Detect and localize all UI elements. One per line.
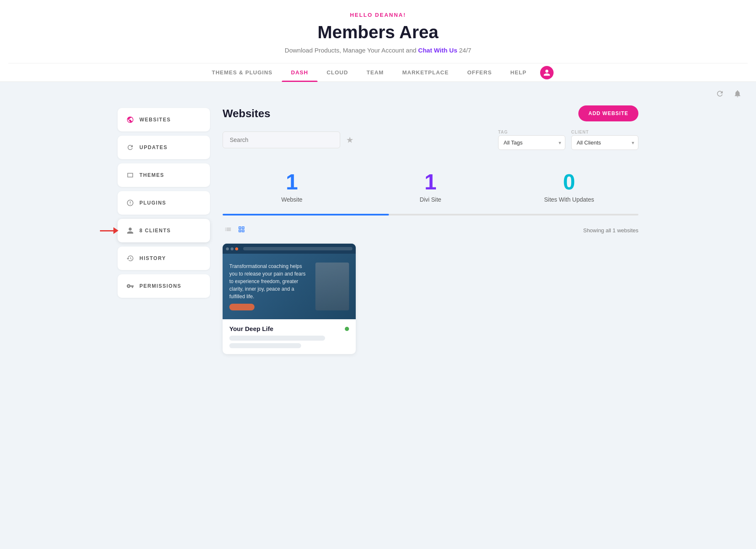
nav-item-themes-plugins[interactable]: THEMES & PLUGINS (202, 63, 282, 81)
stat-updates-number: 0 (504, 171, 634, 193)
site-card-body: Transformational coaching helps you to r… (223, 254, 356, 319)
sidebar-item-updates[interactable]: UPDATES (118, 136, 210, 159)
stat-divi: 1 Divi Site (361, 163, 500, 210)
browser-dot-1 (226, 247, 229, 250)
sidebar-label-history: HISTORY (139, 255, 166, 261)
plugins-icon (126, 199, 134, 207)
view-controls-row: Showing all 1 websites (223, 224, 638, 237)
stat-website-number: 1 (227, 171, 357, 193)
grid-view-button[interactable] (236, 224, 247, 237)
cards-grid: Transformational coaching helps you to r… (223, 244, 638, 354)
progress-bar (223, 214, 638, 215)
permissions-icon (126, 282, 134, 290)
sidebar-label-websites: WEBSITES (139, 117, 171, 123)
avatar[interactable] (540, 66, 554, 79)
nav-item-dash[interactable]: DASH (282, 63, 318, 81)
sidebar-label-updates: UPDATES (139, 144, 168, 150)
sidebar-item-permissions[interactable]: PERMISSIONS (118, 274, 210, 298)
site-card[interactable]: Transformational coaching helps you to r… (223, 244, 356, 354)
stat-updates-label: Sites With Updates (504, 196, 634, 203)
content-title: Websites (223, 107, 270, 120)
sidebar-label-plugins: PLUGINS (139, 200, 166, 206)
bell-icon[interactable] (732, 88, 743, 100)
site-card-top-bar (223, 244, 356, 254)
history-icon (126, 254, 134, 263)
site-card-footer: Your Deep Life (223, 319, 356, 354)
updates-icon (126, 143, 134, 152)
tag-filter-label: TAG (498, 130, 565, 134)
chat-link[interactable]: Chat With Us (418, 47, 457, 54)
subtitle: Download Products, Manage Your Account a… (8, 47, 748, 54)
tag-filter-group: TAG All Tags (498, 130, 565, 150)
site-card-name: Your Deep Life (229, 325, 273, 332)
site-card-url-bar (229, 336, 325, 341)
stat-divi-label: Divi Site (365, 196, 496, 203)
search-input[interactable] (223, 131, 340, 148)
showing-text: Showing all 1 websites (583, 227, 638, 234)
themes-icon (126, 171, 134, 179)
page-title: Members Area (8, 22, 748, 42)
client-select[interactable]: All Clients (571, 135, 638, 150)
browser-dot-3 (235, 247, 238, 250)
site-card-name-row: Your Deep Life (229, 325, 349, 332)
sidebar-item-clients[interactable]: 8 CLIENTS (118, 219, 210, 242)
main-nav: THEMES & PLUGINS DASH CLOUD TEAM MARKETP… (8, 63, 748, 81)
active-arrow (100, 227, 118, 234)
client-select-wrapper: All Clients (571, 135, 638, 150)
stat-updates: 0 Sites With Updates (500, 163, 638, 210)
header: HELLO DEANNA! Members Area Download Prod… (0, 0, 756, 82)
nav-item-cloud[interactable]: CLOUD (318, 63, 357, 81)
main-layout: WEBSITES UPDATES THEMES PLUGINS (105, 105, 651, 371)
site-card-overlay-text: Transformational coaching helps you to r… (229, 263, 311, 300)
client-filter-group: CLIENT All Clients (571, 130, 638, 150)
site-card-url-bar2 (229, 343, 301, 348)
stat-divi-number: 1 (365, 171, 496, 193)
site-card-image: Transformational coaching helps you to r… (223, 244, 356, 319)
stats-row: 1 Website 1 Divi Site 0 Sites With Updat… (223, 163, 638, 210)
client-filter-label: CLIENT (571, 130, 638, 134)
filters-row: ★ TAG All Tags CLIENT All Clients (223, 130, 638, 150)
content-area: Websites ADD WEBSITE ★ TAG All Tags CLIE… (210, 105, 638, 354)
sidebar: WEBSITES UPDATES THEMES PLUGINS (118, 105, 210, 354)
subtitle-text-before: Download Products, Manage Your Account a… (285, 47, 417, 54)
site-card-image-inner: Transformational coaching helps you to r… (223, 244, 356, 319)
subtitle-text-after: 24/7 (459, 47, 471, 54)
list-view-button[interactable] (223, 224, 234, 237)
nav-item-offers[interactable]: OFFERS (458, 63, 501, 81)
stat-website-label: Website (227, 196, 357, 203)
view-buttons (223, 224, 247, 237)
globe-icon (126, 116, 134, 124)
sidebar-label-clients: 8 CLIENTS (139, 228, 171, 234)
progress-bar-fill (223, 214, 389, 215)
toolbar-row (0, 82, 756, 105)
sidebar-item-themes[interactable]: THEMES (118, 163, 210, 187)
nav-item-help[interactable]: HELP (501, 63, 536, 81)
sidebar-item-plugins[interactable]: PLUGINS (118, 191, 210, 215)
sidebar-label-themes: THEMES (139, 172, 164, 178)
refresh-icon[interactable] (714, 88, 726, 100)
clients-icon (126, 226, 134, 235)
add-website-button[interactable]: ADD WEBSITE (578, 105, 638, 121)
favorites-star-button[interactable]: ★ (346, 135, 354, 145)
site-status-dot (345, 327, 349, 331)
content-header: Websites ADD WEBSITE (223, 105, 638, 121)
hello-greeting: HELLO DEANNA! (8, 12, 748, 18)
sidebar-item-history[interactable]: HISTORY (118, 247, 210, 270)
nav-item-team[interactable]: TEAM (357, 63, 393, 81)
sidebar-item-websites[interactable]: WEBSITES (118, 108, 210, 131)
sidebar-label-permissions: PERMISSIONS (139, 283, 181, 289)
browser-dot-2 (231, 247, 234, 250)
nav-item-marketplace[interactable]: MARKETPLACE (393, 63, 458, 81)
tag-select-wrapper: All Tags (498, 135, 565, 150)
stat-website: 1 Website (223, 163, 361, 210)
tag-select[interactable]: All Tags (498, 135, 565, 150)
